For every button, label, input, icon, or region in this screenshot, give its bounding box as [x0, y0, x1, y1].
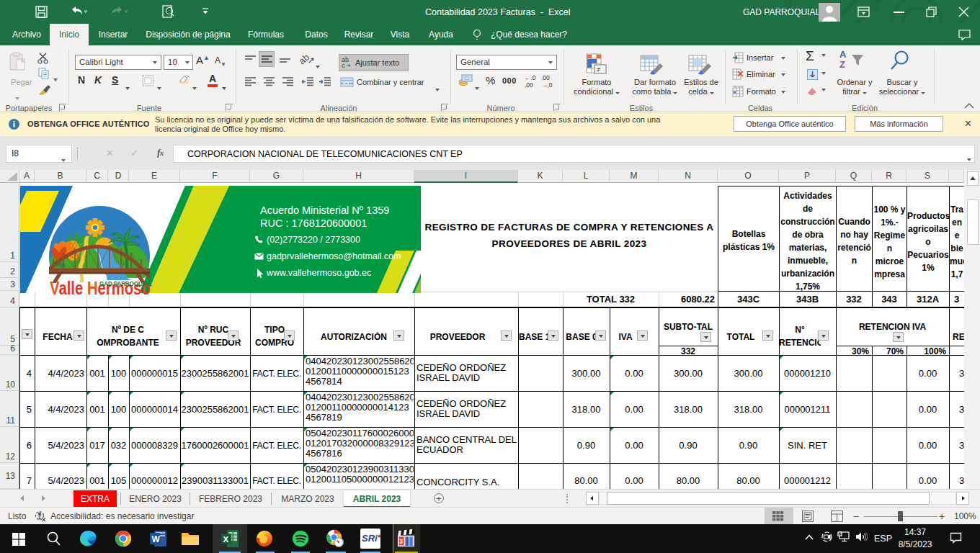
svg-text:c: c: [342, 62, 345, 68]
svg-text:3: 3: [399, 538, 403, 545]
svg-text:ab: ab: [300, 53, 311, 66]
svg-text:W: W: [152, 534, 161, 544]
svg-text:X: X: [223, 535, 229, 544]
svg-text:≠: ≠: [597, 66, 601, 73]
